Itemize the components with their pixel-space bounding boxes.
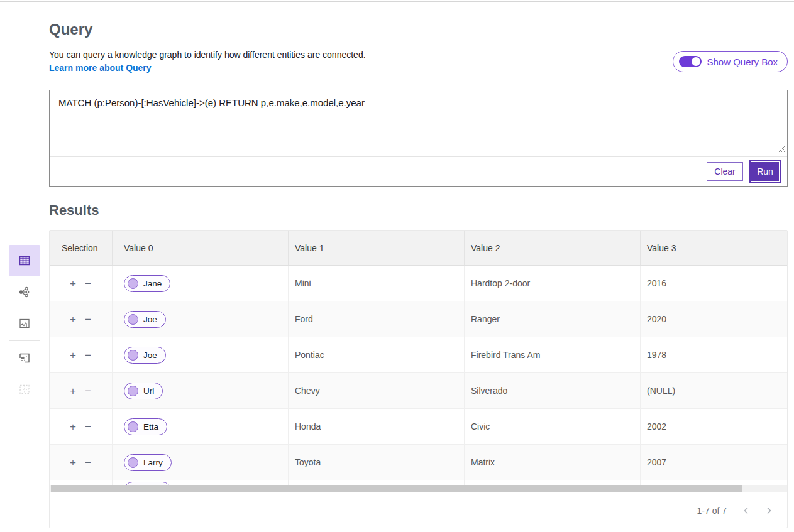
node-icon (128, 278, 138, 289)
node-icon (128, 350, 138, 361)
clear-button[interactable]: Clear (707, 162, 743, 181)
remove-selection-button[interactable]: − (85, 278, 91, 289)
selection-cell: + − (50, 409, 113, 444)
selection-cell: + − (50, 266, 113, 301)
entity-chip[interactable]: Uri (124, 383, 163, 399)
selection-cell: + − (50, 301, 113, 337)
table-row: + − Jane Mini Hardtop 2-door 2016 (50, 266, 787, 301)
table-row-partial (50, 480, 787, 485)
detail-map-view-button[interactable] (9, 342, 40, 374)
remove-selection-button[interactable]: − (85, 350, 91, 361)
remove-selection-button[interactable]: − (85, 421, 91, 432)
remove-selection-button[interactable]: − (85, 386, 91, 396)
view-switcher (9, 245, 40, 405)
cell-model: Firebird Trans Am (465, 337, 641, 372)
entity-chip[interactable]: Joe (124, 311, 166, 328)
empty-view-button (9, 374, 40, 405)
horizontal-scrollbar[interactable] (50, 485, 787, 492)
toggle-knob (692, 57, 700, 66)
table-row: + − Etta Honda Civic 2002 (50, 409, 787, 445)
horizontal-scrollbar-thumb[interactable] (51, 485, 742, 492)
selection-cell: + − (50, 445, 113, 480)
add-selection-button[interactable]: + (70, 386, 76, 396)
remove-selection-button[interactable]: − (85, 457, 91, 468)
add-selection-button[interactable]: + (70, 314, 76, 325)
query-editor: MATCH (p:Person)-[:HasVehicle]->(e) RETU… (49, 90, 788, 187)
graph-view-button[interactable] (9, 276, 40, 308)
prev-page-button[interactable] (742, 506, 751, 515)
cell-make: Chevy (289, 373, 465, 408)
chevron-left-icon (742, 506, 751, 515)
entity-name: Joe (143, 315, 157, 324)
column-header-value1[interactable]: Value 1 (289, 231, 465, 265)
results-table: Selection Value 0 Value 1 Value 2 Value … (49, 230, 788, 528)
learn-more-link[interactable]: Learn more about Query (49, 63, 152, 73)
show-query-box-toggle[interactable]: Show Query Box (673, 51, 788, 72)
table-row: + − Uri Chevy Silverado (NULL) (50, 373, 787, 409)
selection-cell: + − (50, 337, 113, 372)
pager (742, 506, 773, 515)
resize-handle-icon[interactable] (777, 144, 785, 153)
node-icon (128, 457, 138, 468)
table-footer: 1-7 of 7 (50, 492, 787, 528)
entity-chip[interactable]: Joe (124, 347, 166, 364)
cell-year: 2020 (641, 301, 787, 337)
cell-model: Silverado (465, 373, 641, 408)
entity-cell: Uri (113, 373, 289, 408)
query-page: Query You can query a knowledge graph to… (0, 0, 794, 532)
column-header-value2[interactable]: Value 2 (465, 231, 641, 265)
remove-selection-button[interactable]: − (85, 314, 91, 325)
table-view-icon (18, 254, 31, 267)
table-header-row: Selection Value 0 Value 1 Value 2 Value … (50, 231, 787, 266)
map-view-button[interactable] (9, 308, 40, 339)
page-description: You can query a knowledge graph to ident… (49, 50, 366, 60)
entity-cell: Joe (113, 337, 289, 372)
column-header-selection[interactable]: Selection (50, 231, 113, 265)
table-view-button[interactable] (9, 245, 40, 276)
cell-year: 2007 (641, 445, 787, 480)
add-selection-button[interactable]: + (70, 421, 76, 432)
add-selection-button[interactable]: + (70, 457, 76, 468)
cell-model: Ranger (465, 301, 641, 337)
table-row: + − Joe Ford Ranger 2020 (50, 301, 787, 337)
top-divider (0, 1, 794, 2)
cell-make: Ford (289, 301, 465, 337)
entity-name: Larry (143, 458, 163, 467)
pagination-range: 1-7 of 7 (697, 506, 727, 516)
entity-name: Etta (143, 422, 158, 432)
run-button[interactable]: Run (751, 162, 779, 181)
cell-year: 1978 (641, 337, 787, 372)
next-page-button[interactable] (764, 506, 773, 515)
graph-view-icon (18, 286, 31, 298)
entity-chip[interactable]: Etta (124, 418, 167, 435)
query-input[interactable]: MATCH (p:Person)-[:HasVehicle]->(e) RETU… (50, 90, 787, 156)
toggle-label: Show Query Box (707, 57, 778, 67)
results-title: Results (49, 202, 99, 219)
table-body: + − Jane Mini Hardtop 2-door 2016 + − Jo… (50, 266, 787, 480)
entity-cell: Etta (113, 409, 289, 444)
cell-year: 2002 (641, 409, 787, 444)
map-view-icon (18, 317, 31, 330)
add-selection-button[interactable]: + (70, 350, 76, 361)
view-switcher-divider (9, 340, 40, 341)
entity-chip[interactable]: Jane (124, 275, 170, 292)
chevron-right-icon (764, 506, 773, 515)
node-icon (128, 386, 138, 396)
entity-name: Uri (143, 386, 154, 396)
column-header-value3[interactable]: Value 3 (641, 231, 787, 265)
add-selection-button[interactable]: + (70, 278, 76, 289)
cell-make: Toyota (289, 445, 465, 480)
table-row: + − Larry Toyota Matrix 2007 (50, 445, 787, 480)
entity-chip[interactable]: Larry (124, 454, 172, 471)
empty-view-icon (18, 383, 31, 396)
entity-name: Jane (143, 279, 162, 288)
cell-make: Pontiac (289, 337, 465, 372)
node-icon (128, 314, 138, 325)
cell-year: 2016 (641, 266, 787, 301)
cell-make: Honda (289, 409, 465, 444)
column-header-value0[interactable]: Value 0 (113, 231, 289, 265)
cell-model: Hardtop 2-door (465, 266, 641, 301)
cell-model: Matrix (465, 445, 641, 480)
toggle-switch-icon[interactable] (679, 56, 702, 67)
entity-cell: Jane (113, 266, 289, 301)
